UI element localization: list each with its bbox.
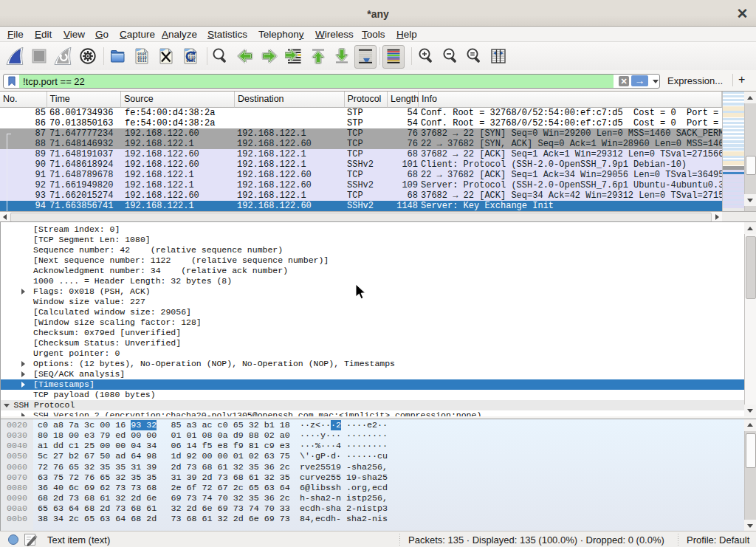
svg-text:0111: 0111 (137, 59, 146, 63)
